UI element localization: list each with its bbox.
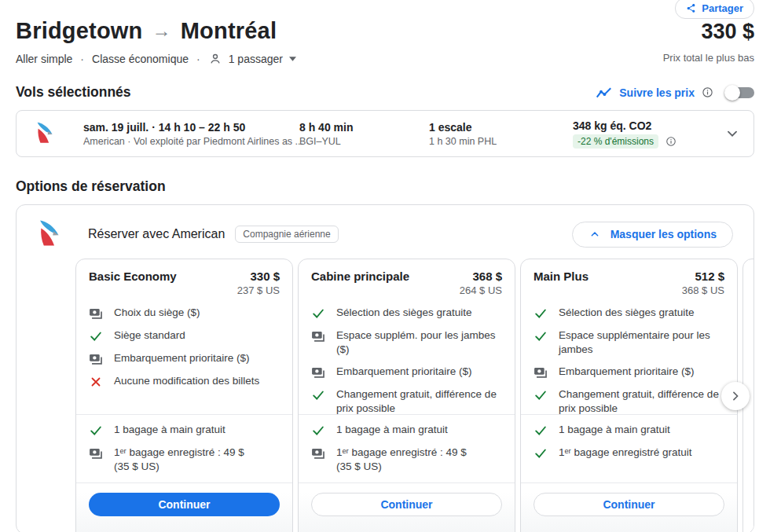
continue-button[interactable]: Continuer	[311, 493, 502, 516]
fare-feature-text: Changement gratuit, différence de prix p…	[559, 387, 724, 414]
fare-feature-row: Changement gratuit, différence de prix p…	[534, 387, 724, 414]
booking-options-title: Options de réservation	[16, 178, 754, 195]
total-price: 330 $	[663, 20, 754, 43]
fare-features-list: Choix du siège ($)Siège standardEmbarque…	[76, 301, 292, 414]
check-icon	[534, 306, 548, 321]
fare-baggage-list: 1 bagage à main gratuit1ᵉʳ bagage enregi…	[76, 415, 292, 482]
fare-price-usd: 264 $ US	[311, 284, 502, 296]
check-icon	[534, 388, 548, 402]
fare-name: Main Plus	[534, 270, 588, 283]
fare-feature-text: Sélection des sièges gratuite	[559, 306, 695, 321]
flight-route: BGI–YUL	[299, 136, 429, 147]
selected-flights-title: Vols sélectionnés	[16, 84, 131, 101]
fare-card: Cabine principale 368 $ 264 $ US Sélecti…	[298, 259, 515, 532]
share-icon	[686, 3, 696, 13]
fare-feature-text: Embarquement prioritaire ($)	[559, 365, 695, 380]
paid-icon	[311, 446, 325, 460]
fare-feature-row: 1ᵉʳ bagage enregistré : 49 $ (35 $ US)	[311, 446, 502, 474]
fare-feature-row: 1ᵉʳ bagage enregistré : 49 $ (35 $ US)	[89, 446, 280, 474]
paid-icon	[89, 306, 103, 321]
fare-price: 512 $	[695, 270, 724, 283]
track-prices-toggle[interactable]	[724, 85, 754, 101]
continue-button[interactable]: Continuer	[89, 493, 280, 516]
check-icon	[311, 388, 325, 402]
track-prices-control: Suivre les prix	[596, 85, 754, 101]
flight-booking-page: Partager Bridgetown→Montréal Aller simpl…	[0, 0, 770, 532]
separator-dot: ·	[80, 53, 84, 65]
chevron-up-icon	[588, 228, 601, 240]
origin-city: Bridgetown	[16, 18, 143, 43]
hide-options-label: Masquer les options	[610, 228, 717, 240]
fare-header: Cabine principale 368 $ 264 $ US	[299, 259, 515, 301]
fare-feature-row: Choix du siège ($)	[89, 306, 280, 321]
trip-type-label: Aller simple	[16, 53, 72, 65]
american-airlines-logo	[34, 218, 67, 251]
fare-name: Basic Economy	[89, 270, 177, 283]
trip-summary: Aller simple · Classe économique · 1 pas…	[16, 52, 296, 66]
info-icon[interactable]	[666, 136, 676, 147]
flight-datetime: sam. 19 juill. · 14 h 10 – 22 h 50	[83, 121, 299, 134]
flight-duration: 8 h 40 min	[299, 121, 429, 134]
fare-feature-text: 1ᵉʳ bagage enregistré gratuit	[559, 446, 692, 460]
paid-icon	[534, 365, 548, 380]
provider-name: Réserver avec American	[88, 227, 225, 241]
price-summary: 330 $ Prix total le plus bas	[663, 17, 754, 64]
share-button[interactable]: Partager	[675, 0, 754, 19]
emissions-badge: -22 % d'émissions	[573, 134, 658, 149]
fare-feature-text: 1 bagage à main gratuit	[336, 423, 448, 438]
header: Bridgetown→Montréal Aller simple · Class…	[16, 0, 754, 66]
fare-feature-text: Espace supplém. pour les jambes ($)	[336, 328, 502, 357]
flight-stops: 1 escale	[429, 121, 573, 134]
paid-icon	[311, 365, 325, 380]
fare-features-list: Sélection des sièges gratuiteEspace supp…	[299, 301, 515, 414]
flight-carrier-info: American · Vol exploité par Piedmont Air…	[83, 136, 299, 147]
paid-icon	[89, 352, 103, 366]
paid-icon	[311, 329, 325, 343]
american-airlines-logo	[32, 120, 59, 147]
fare-feature-text: 1ᵉʳ bagage enregistré : 49 $ (35 $ US)	[336, 446, 482, 474]
fare-feature-text: Changement gratuit, différence de prix p…	[336, 387, 502, 414]
selected-flight-row[interactable]: sam. 19 juill. · 14 h 10 – 22 h 50 Ameri…	[16, 110, 754, 157]
fare-feature-text: 1 bagage à main gratuit	[114, 423, 226, 438]
price-graph-icon	[596, 86, 612, 99]
provider-type-badge: Compagnie aérienne	[235, 226, 338, 243]
fare-baggage-list: 1 bagage à main gratuit1ᵉʳ bagage enregi…	[299, 415, 515, 482]
fare-feature-row: Aucune modification des billets	[89, 374, 280, 389]
share-label: Partager	[702, 2, 743, 14]
fare-header: Main Plus 512 $ 368 $ US	[521, 259, 737, 301]
fare-feature-text: Siège standard	[114, 328, 185, 343]
continue-button[interactable]: Continuer	[534, 493, 724, 516]
flight-layover: 1 h 30 min PHL	[429, 136, 573, 147]
info-icon[interactable]	[702, 86, 713, 98]
fare-feature-row: Sélection des sièges gratuite	[311, 306, 502, 321]
fare-price: 368 $	[472, 270, 502, 283]
passenger-selector[interactable]: 1 passager	[208, 52, 296, 66]
page-title: Bridgetown→Montréal	[16, 17, 296, 45]
fare-feature-row: Sélection des sièges gratuite	[534, 306, 724, 321]
fare-feature-text: Sélection des sièges gratuite	[336, 306, 472, 321]
carousel-next-button[interactable]	[721, 382, 750, 410]
chevron-down-icon[interactable]	[724, 125, 741, 142]
fare-feature-text: 1 bagage à main gratuit	[559, 423, 670, 438]
fare-feature-row: 1 bagage à main gratuit	[534, 423, 724, 438]
check-icon	[89, 424, 103, 438]
price-note: Prix total le plus bas	[663, 52, 754, 64]
fare-feature-row: Siège standard	[89, 328, 280, 343]
person-icon	[208, 52, 222, 66]
destination-city: Montréal	[181, 18, 277, 43]
booking-options-card: Réserver avec American Compagnie aérienn…	[16, 204, 754, 532]
fare-header: Basic Economy 330 $ 237 $ US	[76, 259, 292, 301]
track-prices-label: Suivre les prix	[619, 86, 695, 99]
fare-feature-text: Embarquement prioritaire ($)	[336, 365, 472, 380]
hide-options-button[interactable]: Masquer les options	[572, 222, 733, 248]
fare-feature-row: Changement gratuit, différence de prix p…	[311, 387, 502, 414]
fare-feature-row: Espace supplémentaire pour les jambes	[534, 328, 724, 357]
fare-price-usd: 237 $ US	[89, 284, 280, 296]
fare-feature-row: 1 bagage à main gratuit	[311, 423, 502, 438]
fare-price-usd: 368 $ US	[534, 284, 724, 296]
check-icon	[534, 329, 548, 343]
fare-feature-row: Espace supplém. pour les jambes ($)	[311, 328, 502, 357]
separator-dot: ·	[196, 53, 200, 65]
passenger-count: 1 passager	[229, 53, 283, 65]
check-icon	[534, 446, 548, 460]
